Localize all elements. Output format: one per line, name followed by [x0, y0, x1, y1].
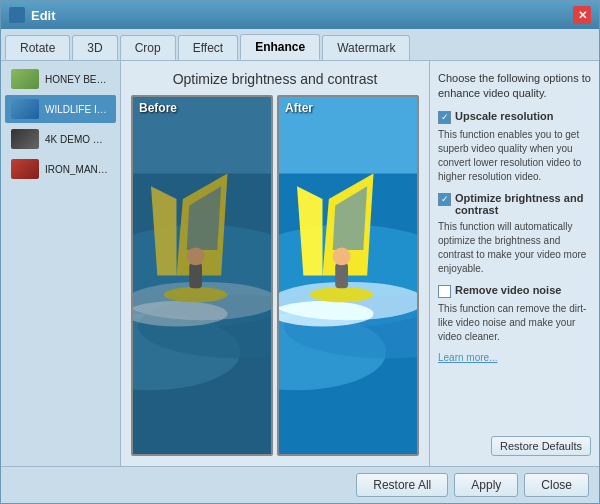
noise-description: This function can remove the dirt-like v… — [438, 302, 591, 344]
edit-window: Edit ✕ Rotate 3D Crop Effect Enhance Wat… — [0, 0, 600, 504]
footer: Restore All Apply Close — [1, 466, 599, 503]
upscale-option-group: Upscale resolution This function enables… — [438, 110, 591, 184]
noise-checkbox[interactable] — [438, 285, 451, 298]
before-label: Before — [139, 101, 177, 115]
svg-point-22 — [310, 287, 374, 302]
after-svg — [279, 97, 417, 454]
after-preview: After — [277, 95, 419, 456]
preview-images: Before — [131, 95, 419, 456]
sidebar-label-wildlife: WILDLIFE IN 4... — [45, 104, 110, 115]
tab-3d[interactable]: 3D — [72, 35, 117, 60]
noise-checkbox-row: Remove video noise — [438, 284, 591, 298]
title-bar: Edit ✕ — [1, 1, 599, 29]
restore-all-button[interactable]: Restore All — [356, 473, 448, 497]
before-preview: Before — [131, 95, 273, 456]
app-icon — [9, 7, 25, 23]
tab-enhance[interactable]: Enhance — [240, 34, 320, 60]
svg-point-24 — [333, 247, 351, 265]
svg-point-11 — [187, 247, 205, 265]
close-window-button[interactable]: ✕ — [573, 6, 591, 24]
tab-watermark[interactable]: Watermark — [322, 35, 410, 60]
sidebar-item-honey-bees[interactable]: HONEY BEES ... — [5, 65, 116, 93]
sidebar-thumb-4k-demo — [11, 129, 39, 149]
restore-defaults-row: Restore Defaults — [438, 436, 591, 456]
after-label: After — [285, 101, 313, 115]
tab-rotate[interactable]: Rotate — [5, 35, 70, 60]
brightness-label: Optimize brightness and contrast — [455, 192, 591, 216]
preview-section: Optimize brightness and contrast Before — [131, 71, 419, 456]
sidebar-thumb-honey-bees — [11, 69, 39, 89]
brightness-checkbox[interactable] — [438, 193, 451, 206]
svg-point-9 — [164, 287, 228, 302]
tab-bar: Rotate 3D Crop Effect Enhance Watermark — [1, 29, 599, 61]
sidebar-item-iron-man[interactable]: IRON_MAN_3... — [5, 155, 116, 183]
noise-label: Remove video noise — [455, 284, 561, 296]
right-panel-intro: Choose the following options to enhance … — [438, 71, 591, 102]
learn-more-link[interactable]: Learn more... — [438, 352, 591, 363]
brightness-option-group: Optimize brightness and contrast This fu… — [438, 192, 591, 276]
sidebar-label-honey-bees: HONEY BEES ... — [45, 74, 110, 85]
close-button[interactable]: Close — [524, 473, 589, 497]
sidebar-thumb-iron-man — [11, 159, 39, 179]
upscale-description: This function enables you to get superb … — [438, 128, 591, 184]
svg-rect-23 — [335, 263, 348, 289]
main-panel: Optimize brightness and contrast Before — [121, 61, 429, 466]
upscale-checkbox-row: Upscale resolution — [438, 110, 591, 124]
after-image — [279, 97, 417, 454]
sidebar-label-4k-demo: 4K DEMO ULT... — [45, 134, 110, 145]
before-svg — [133, 97, 271, 454]
content-area: HONEY BEES ... WILDLIFE IN 4... 4K DEMO … — [1, 61, 599, 466]
window-title: Edit — [31, 8, 573, 23]
svg-rect-10 — [189, 263, 202, 289]
right-panel: Choose the following options to enhance … — [429, 61, 599, 466]
tab-crop[interactable]: Crop — [120, 35, 176, 60]
sidebar-label-iron-man: IRON_MAN_3... — [45, 164, 110, 175]
sidebar-item-wildlife[interactable]: WILDLIFE IN 4... — [5, 95, 116, 123]
brightness-description: This function will automatically optimiz… — [438, 220, 591, 276]
preview-title: Optimize brightness and contrast — [131, 71, 419, 87]
sidebar-thumb-wildlife — [11, 99, 39, 119]
sidebar-item-4k-demo[interactable]: 4K DEMO ULT... — [5, 125, 116, 153]
before-image — [133, 97, 271, 454]
tab-effect[interactable]: Effect — [178, 35, 238, 60]
restore-defaults-button[interactable]: Restore Defaults — [491, 436, 591, 456]
apply-button[interactable]: Apply — [454, 473, 518, 497]
sidebar: HONEY BEES ... WILDLIFE IN 4... 4K DEMO … — [1, 61, 121, 466]
upscale-checkbox[interactable] — [438, 111, 451, 124]
brightness-checkbox-row: Optimize brightness and contrast — [438, 192, 591, 216]
noise-option-group: Remove video noise This function can rem… — [438, 284, 591, 344]
upscale-label: Upscale resolution — [455, 110, 553, 122]
